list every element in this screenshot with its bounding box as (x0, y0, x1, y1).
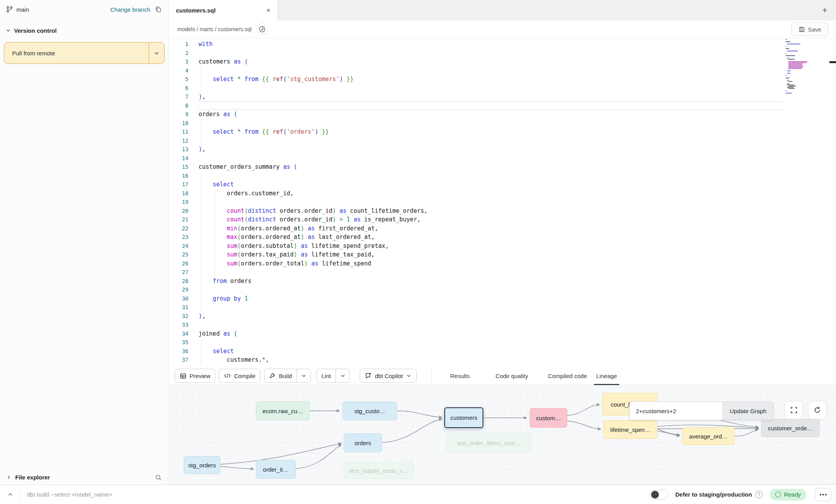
pull-from-remote-button[interactable]: Pull from remote (4, 42, 165, 64)
change-branch-link[interactable]: Change branch (110, 6, 150, 13)
code-line[interactable] (199, 303, 785, 312)
code-line[interactable] (199, 119, 785, 128)
update-graph-button[interactable]: Update Graph (722, 402, 773, 420)
file-explorer-header[interactable]: File explorer (0, 470, 168, 485)
toolbar-separator (431, 366, 432, 385)
code-content[interactable]: withcustomers as ( select * from {{ ref(… (199, 40, 785, 364)
code-line[interactable]: customers.*, (199, 355, 785, 364)
code-line[interactable]: orders.customer_id, (199, 189, 785, 198)
lineage-node-orders[interactable]: orders (344, 433, 382, 452)
code-line[interactable] (199, 285, 785, 294)
line-number: 14 (169, 154, 188, 163)
code-line[interactable]: ), (199, 92, 785, 101)
lineage-node-customer-orders[interactable]: customer_orde… (761, 419, 820, 437)
code-line[interactable]: count(distinct orders.order_id) > 1 as i… (199, 215, 785, 224)
defer-toggle[interactable] (650, 490, 668, 500)
preview-button[interactable]: Preview (175, 369, 215, 383)
code-line[interactable]: customer_orders_summary as ( (199, 163, 785, 172)
new-tab-button[interactable]: + (822, 5, 827, 16)
code-line[interactable] (199, 320, 785, 329)
line-number: 8 (169, 101, 188, 110)
version-control-header[interactable]: Version control (0, 24, 168, 37)
code-editor[interactable]: 1234567891011121314151617181920212223242… (169, 38, 836, 366)
help-icon[interactable]: ? (755, 491, 763, 498)
code-line[interactable]: orders as ( (199, 110, 785, 119)
code-line[interactable]: select (199, 180, 785, 189)
line-number: 16 (169, 172, 188, 180)
code-line[interactable] (199, 172, 785, 180)
lint-button[interactable]: Lint (316, 369, 350, 383)
code-line[interactable]: ), (199, 312, 785, 321)
code-line[interactable]: sum(orders.subtotal) as lifetime_spend_p… (199, 242, 785, 251)
code-line[interactable] (199, 154, 785, 163)
tab-results[interactable]: Results (442, 366, 478, 385)
lineage-node-stg-orders[interactable]: stg_orders (184, 456, 220, 474)
search-icon[interactable] (155, 474, 162, 481)
fullscreen-button[interactable] (785, 401, 803, 419)
dbt-copilot-label: dbt Copilot (375, 373, 403, 379)
code-line[interactable] (199, 338, 785, 347)
lint-dropdown-toggle[interactable] (335, 369, 350, 382)
tab-lineage[interactable]: Lineage (593, 366, 620, 385)
code-line[interactable]: min(orders.ordered_at) as first_ordered_… (199, 224, 785, 233)
code-line[interactable] (199, 84, 785, 93)
code-line[interactable] (199, 198, 785, 207)
breadcrumb-row: models / marts / customers.sql Save (169, 20, 836, 38)
code-line[interactable]: sum(orders.tax_paid) as lifetime_tax_pai… (199, 250, 785, 259)
lineage-node-average-order[interactable]: average_ord… (682, 427, 735, 445)
code-line[interactable]: joined as ( (199, 329, 785, 338)
tab-compiled-code[interactable]: Compiled code (538, 366, 597, 385)
command-input[interactable] (21, 485, 650, 504)
scrollbar-marker[interactable] (829, 61, 836, 63)
code-line[interactable]: ), (199, 145, 785, 154)
close-icon[interactable]: × (266, 7, 270, 14)
more-options-button[interactable] (815, 488, 831, 501)
lineage-node-test-supply-costs[interactable]: test_supply_costs_s… (344, 462, 414, 479)
build-dropdown-toggle[interactable] (296, 369, 311, 382)
code-line[interactable]: group by 1 (199, 294, 785, 303)
code-line[interactable]: from orders (199, 277, 785, 286)
code-line[interactable]: max(orders.ordered_at) as last_ordered_a… (199, 233, 785, 242)
status-badge[interactable]: Ready (770, 489, 806, 500)
code-line[interactable] (199, 49, 785, 58)
code-token (290, 163, 294, 170)
lineage-node-order-items[interactable]: order_it… (256, 460, 296, 479)
code-line[interactable] (199, 268, 785, 277)
lineage-search-input[interactable] (630, 402, 722, 420)
build-button[interactable]: Build (264, 369, 311, 383)
dbt-copilot-button[interactable]: dbt Copilot (360, 369, 417, 383)
code-token: as (223, 330, 230, 337)
copilot-icon-button[interactable] (256, 23, 268, 35)
compile-button[interactable]: Compile (219, 369, 261, 383)
code-line[interactable]: select * from {{ ref('stg_customers') }} (199, 75, 785, 84)
code-line[interactable] (199, 66, 785, 75)
code-token: {{ (262, 76, 269, 83)
tab-customers-sql[interactable]: customers.sql × (169, 0, 278, 20)
copy-icon[interactable] (155, 6, 162, 13)
code-line[interactable]: select * from {{ ref('orders') }} (199, 127, 785, 136)
lineage-node-customers[interactable]: customers (444, 407, 483, 428)
code-line[interactable] (199, 101, 785, 110)
sidebar: main Change branch Version control Pull … (0, 0, 169, 485)
lineage-node-customer-pink[interactable]: custom… (530, 408, 567, 428)
tab-code-quality[interactable]: Code quality (486, 366, 538, 385)
code-token (234, 128, 237, 135)
refresh-button[interactable] (808, 401, 827, 419)
collapse-command-bar-button[interactable] (0, 485, 21, 504)
lineage-node-stg-customers[interactable]: stg_custo… (343, 401, 397, 420)
code-line[interactable]: count(distinct orders.order_id) as count… (199, 207, 785, 216)
pull-dropdown-toggle[interactable] (149, 42, 164, 64)
lineage-node-lifetime-spend[interactable]: lifetime_spen… (603, 420, 657, 439)
code-line[interactable]: with (199, 40, 785, 49)
minimap[interactable] (784, 38, 818, 96)
code-token: , (266, 356, 269, 363)
code-line[interactable]: customers as ( (199, 57, 785, 66)
code-line[interactable] (199, 136, 785, 145)
code-line[interactable]: sum(orders.order_total) as lifetime_spen… (199, 259, 785, 268)
lineage-panel[interactable]: ecom.raw_cu…stg_custo…customerscustom…co… (169, 385, 836, 485)
chevron-up-icon (7, 492, 13, 497)
lineage-node-ecom-raw-customers[interactable]: ecom.raw_cu… (256, 401, 310, 420)
lineage-node-test-order-items[interactable]: test_order_items_com… (446, 433, 531, 452)
code-line[interactable]: select (199, 347, 785, 356)
save-button[interactable]: Save (792, 23, 828, 36)
